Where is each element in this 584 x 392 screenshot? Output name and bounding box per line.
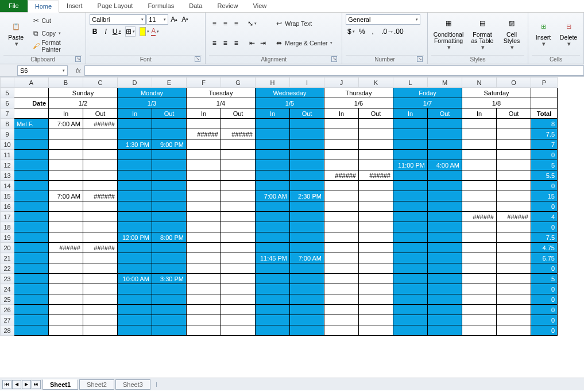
- day-header-1[interactable]: Monday: [118, 88, 187, 98]
- cell-C28[interactable]: [83, 325, 118, 336]
- cell-G18[interactable]: [221, 222, 256, 232]
- cell-O18[interactable]: [497, 222, 531, 232]
- cell-G22[interactable]: [221, 263, 256, 274]
- cell-B9[interactable]: [49, 129, 83, 139]
- cell-O21[interactable]: [497, 253, 531, 263]
- cell-E14[interactable]: [152, 181, 187, 191]
- cell-A15[interactable]: [14, 191, 49, 201]
- cell-M17[interactable]: [428, 212, 462, 222]
- cell-I19[interactable]: [290, 232, 324, 243]
- cell-K18[interactable]: [359, 222, 393, 232]
- cell-A16[interactable]: [14, 201, 49, 212]
- cell-F14[interactable]: [187, 181, 221, 191]
- row-header-9[interactable]: 9: [1, 129, 14, 139]
- row-header-28[interactable]: 28: [1, 325, 14, 336]
- out-header-5[interactable]: Out: [428, 108, 462, 119]
- cell-M8[interactable]: [428, 119, 462, 129]
- cell-K9[interactable]: [359, 129, 393, 139]
- cell-D17[interactable]: [118, 212, 152, 222]
- cell-C12[interactable]: [83, 160, 118, 170]
- cell-H26[interactable]: [256, 305, 290, 315]
- tab-insert[interactable]: Insert: [59, 0, 90, 12]
- cell-L15[interactable]: [393, 191, 428, 201]
- cell-D26[interactable]: [118, 305, 152, 315]
- cell-A17[interactable]: [14, 212, 49, 222]
- cell-H18[interactable]: [256, 222, 290, 232]
- in-header-6[interactable]: In: [462, 108, 497, 119]
- cell-K12[interactable]: [359, 160, 393, 170]
- cell-C27[interactable]: [83, 315, 118, 325]
- delete-cells-button[interactable]: ⊟Delete▾: [557, 14, 580, 52]
- cell-G24[interactable]: [221, 284, 256, 294]
- cell-O20[interactable]: [497, 243, 531, 253]
- cell-J22[interactable]: [324, 263, 359, 274]
- cell-G10[interactable]: [221, 139, 256, 150]
- cell-N8[interactable]: [462, 119, 497, 129]
- cell-J19[interactable]: [324, 232, 359, 243]
- cell-L24[interactable]: [393, 284, 428, 294]
- date-header-5[interactable]: 1/7: [393, 98, 462, 108]
- cell-J17[interactable]: [324, 212, 359, 222]
- cut-button[interactable]: ✂Cut: [31, 15, 83, 26]
- cell-D11[interactable]: [118, 150, 152, 160]
- cell-L26[interactable]: [393, 305, 428, 315]
- cell-B23[interactable]: [49, 274, 83, 284]
- cell-D20[interactable]: [118, 243, 152, 253]
- cell-F27[interactable]: [187, 315, 221, 325]
- date-header-3[interactable]: 1/5: [256, 98, 324, 108]
- cell-N24[interactable]: [462, 284, 497, 294]
- tab-view[interactable]: View: [246, 0, 274, 12]
- cell-M22[interactable]: [428, 263, 462, 274]
- cell-H14[interactable]: [256, 181, 290, 191]
- cell-C26[interactable]: [83, 305, 118, 315]
- cell-E25[interactable]: [152, 294, 187, 305]
- cell-O15[interactable]: [497, 191, 531, 201]
- cell-L25[interactable]: [393, 294, 428, 305]
- cell-I22[interactable]: [290, 263, 324, 274]
- cell-P8[interactable]: 8: [531, 119, 558, 129]
- cell-B13[interactable]: [49, 170, 83, 181]
- cell-F26[interactable]: [187, 305, 221, 315]
- sheet-nav-prev[interactable]: ◀: [12, 380, 21, 389]
- cell-A6[interactable]: Date: [14, 98, 49, 108]
- cell-I26[interactable]: [290, 305, 324, 315]
- cell-E27[interactable]: [152, 315, 187, 325]
- cell-E12[interactable]: [152, 160, 187, 170]
- cell-H16[interactable]: [256, 201, 290, 212]
- paste-button[interactable]: 📋 Paste ▾: [3, 14, 29, 52]
- cell-P25[interactable]: 0: [531, 294, 558, 305]
- in-header-2[interactable]: In: [187, 108, 221, 119]
- formula-input[interactable]: [84, 65, 584, 76]
- cell-J9[interactable]: [324, 129, 359, 139]
- cell-N9[interactable]: [462, 129, 497, 139]
- cell-J15[interactable]: [324, 191, 359, 201]
- cell-B20[interactable]: ######: [49, 243, 83, 253]
- orientation-button[interactable]: ⤡▾: [247, 18, 257, 29]
- cell-N23[interactable]: [462, 274, 497, 284]
- date-header-6[interactable]: 1/8: [462, 98, 531, 108]
- col-header-P[interactable]: P: [531, 77, 558, 88]
- cell-N14[interactable]: [462, 181, 497, 191]
- row-header-11[interactable]: 11: [1, 150, 14, 160]
- fx-icon[interactable]: fx: [76, 67, 81, 74]
- cell-P11[interactable]: 0: [531, 150, 558, 160]
- cell-P10[interactable]: 7: [531, 139, 558, 150]
- cell-O23[interactable]: [497, 274, 531, 284]
- grow-font-button[interactable]: A▴: [169, 14, 179, 25]
- cell-L17[interactable]: [393, 212, 428, 222]
- cell-C20[interactable]: ######: [83, 243, 118, 253]
- row-header-12[interactable]: 12: [1, 160, 14, 170]
- row-header-27[interactable]: 27: [1, 315, 14, 325]
- cell-E9[interactable]: [152, 129, 187, 139]
- cell-P12[interactable]: 5: [531, 160, 558, 170]
- cell-P28[interactable]: 0: [531, 325, 558, 336]
- cell-I17[interactable]: [290, 212, 324, 222]
- cell-P9[interactable]: 7.5: [531, 129, 558, 139]
- tab-data[interactable]: Data: [181, 0, 210, 12]
- cell-N11[interactable]: [462, 150, 497, 160]
- cell-M21[interactable]: [428, 253, 462, 263]
- row-header-26[interactable]: 26: [1, 305, 14, 315]
- cell-N26[interactable]: [462, 305, 497, 315]
- row-header-20[interactable]: 20: [1, 243, 14, 253]
- cell-N21[interactable]: [462, 253, 497, 263]
